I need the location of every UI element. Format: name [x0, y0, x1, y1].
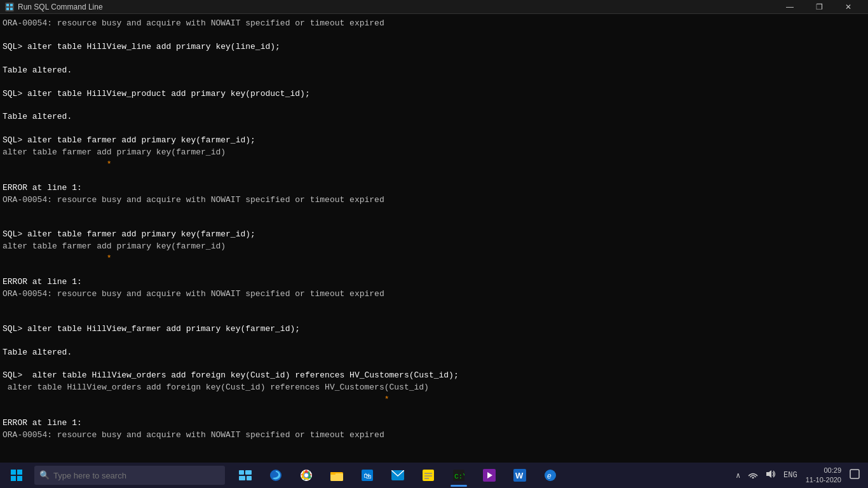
svg-rect-5 [245, 470, 252, 475]
svg-rect-3 [10, 8, 13, 10]
taskbar: 🔍 [0, 463, 868, 488]
search-icon: 🔍 [39, 470, 50, 480]
terminal-line: ERROR at line 1: [3, 276, 865, 288]
clock[interactable]: 00:29 11-10-2020 [803, 466, 844, 485]
svg-rect-14 [330, 472, 336, 475]
terminal-line: ERROR at line 1: [3, 417, 865, 430]
file-explorer-button[interactable] [323, 463, 351, 488]
terminal-line: ORA-00054: resource busy and acquire wit… [3, 18, 865, 30]
minimize-button[interactable]: — [775, 0, 804, 14]
svg-rect-4 [239, 470, 244, 475]
media-button[interactable] [475, 463, 503, 488]
terminal-line: SQL> alter table farmer add primary key(… [3, 135, 865, 147]
store-button[interactable]: 🛍 [353, 463, 381, 488]
svg-point-30 [752, 477, 754, 479]
taskview-button[interactable] [231, 463, 259, 488]
terminal-line: alter table HillView_orders add foreign … [3, 382, 865, 394]
svg-text:e: e [547, 471, 552, 480]
terminal-line: alter table farmer add primary key(farme… [3, 147, 865, 159]
windows-logo-icon [11, 470, 22, 481]
terminal-line: Table altered. [3, 111, 865, 123]
search-input[interactable] [53, 471, 220, 480]
start-button[interactable] [3, 463, 31, 488]
edge-button[interactable] [262, 463, 290, 488]
title-bar: Run SQL Command Line — ❐ ✕ [0, 0, 868, 14]
window-controls[interactable]: — ❐ ✕ [775, 0, 863, 14]
svg-marker-31 [766, 470, 771, 478]
time-display: 00:29 [824, 466, 841, 475]
close-button[interactable]: ✕ [834, 0, 863, 14]
svg-rect-0 [6, 4, 9, 6]
language-indicator[interactable]: ENG [782, 470, 799, 481]
chrome-button[interactable] [292, 463, 320, 488]
show-hidden-icons[interactable]: ∧ [734, 470, 742, 482]
terminal-line: alter table farmer add primary key(farme… [3, 241, 865, 253]
terminal-line: SQL> alter table farmer add primary key(… [3, 229, 865, 241]
svg-point-11 [304, 473, 308, 477]
search-bar[interactable]: 🔍 [34, 466, 225, 485]
sql-cmdline-button[interactable]: C:\ [445, 463, 473, 488]
titlebar-left: Run SQL Command Line [5, 3, 103, 11]
terminal-output: ORA-00054: resource busy and acquire wit… [0, 14, 868, 463]
sticky-notes-button[interactable] [414, 463, 442, 488]
svg-rect-6 [239, 476, 245, 480]
terminal-line: * [3, 159, 865, 171]
terminal-line: Table altered. [3, 65, 865, 77]
terminal-line: SQL> alter table HillView_farmer add pri… [3, 323, 865, 336]
svg-rect-32 [850, 470, 859, 478]
app-icon [5, 3, 14, 11]
terminal-line: ERROR at line 1: [3, 182, 865, 194]
svg-text:🛍: 🛍 [363, 471, 371, 480]
ie-button[interactable]: e [536, 463, 564, 488]
terminal-line: ORA-00054: resource busy and acquire wit… [3, 194, 865, 207]
svg-rect-2 [6, 8, 9, 10]
svg-rect-1 [10, 4, 13, 6]
svg-rect-7 [247, 476, 252, 480]
notification-icon[interactable] [848, 468, 862, 483]
system-tray: ∧ ENG 00:29 11-10-2020 [734, 466, 865, 485]
svg-text:C:\: C:\ [454, 473, 465, 480]
svg-rect-18 [423, 470, 434, 481]
svg-text:W: W [515, 471, 524, 480]
volume-icon[interactable] [764, 468, 778, 482]
mail-button[interactable] [384, 463, 412, 488]
terminal-line: SQL> alter table HillView_orders add for… [3, 370, 865, 382]
terminal-line: Table altered. [3, 347, 865, 359]
terminal-line: * [3, 394, 865, 406]
terminal-line: ORA-00054: resource busy and acquire wit… [3, 288, 865, 301]
terminal-line: ORA-00054: resource busy and acquire wit… [3, 430, 865, 442]
maximize-button[interactable]: ❐ [804, 0, 834, 14]
window-title: Run SQL Command Line [18, 3, 103, 11]
word-button[interactable]: W [506, 463, 534, 488]
taskbar-app-icons: 🛍 C:\ [231, 463, 564, 488]
terminal-line: * [3, 253, 865, 265]
terminal-line: SQL> alter table HillView_product add pr… [3, 88, 865, 100]
network-icon[interactable] [746, 468, 760, 482]
terminal-line: SQL> alter table HillView_line add prima… [3, 41, 865, 53]
date-display: 11-10-2020 [806, 475, 841, 485]
